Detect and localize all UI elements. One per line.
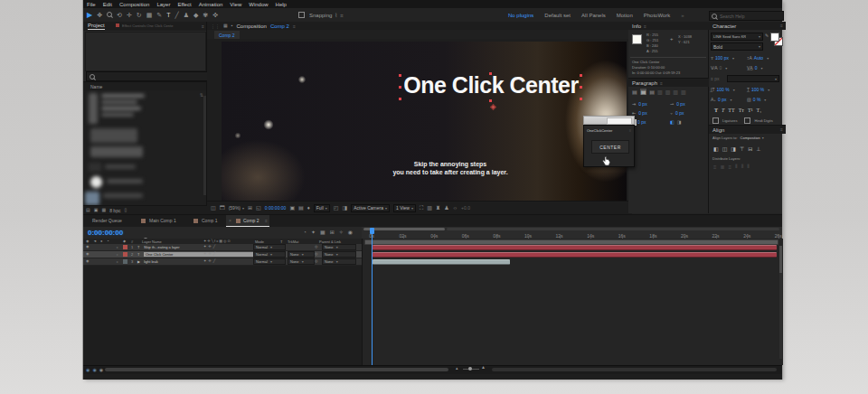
character-panel-title[interactable]: Character (712, 23, 736, 29)
comp-lock-icon[interactable]: ▪ (231, 23, 233, 28)
project-scrollbar[interactable] (203, 96, 206, 195)
justify-last-center-icon[interactable]: ▥ (665, 89, 671, 95)
playhead[interactable] (370, 228, 374, 234)
toggle-expand-icon[interactable]: ◉ (86, 367, 90, 372)
menu-composition[interactable]: Composition (119, 2, 149, 7)
composition-panel-menu-icon[interactable]: ≡ (293, 23, 296, 29)
layer-expand-chevron-icon[interactable]: ▸ (117, 245, 118, 249)
layer-mode-dropdown[interactable]: Normal ▾ (253, 258, 286, 265)
info-panel-title[interactable]: Info (632, 23, 641, 29)
selection-handle[interactable] (399, 98, 401, 100)
distribute-right-icon[interactable]: ⦀ (747, 164, 750, 170)
distribute-left-icon[interactable]: ⦀ (735, 164, 738, 170)
comp-title-text[interactable]: One Click Center (400, 72, 582, 98)
workspace-no-plugins[interactable]: No plugins (508, 13, 533, 18)
timeline-layer-row[interactable]: ◉▸1TSkip th...eating a layer✦✛╱Normal ▾◎… (83, 244, 362, 251)
menu-layer[interactable]: Layer (156, 2, 170, 7)
toggle-switches-icon[interactable]: ◉ (92, 367, 96, 372)
tsume-value[interactable]: 0 % (753, 97, 761, 102)
timeline-zoom-knob[interactable] (468, 367, 472, 371)
frame-blending-icon[interactable]: ⊞ (330, 230, 335, 235)
kerning-value[interactable]: 0 (720, 65, 722, 70)
workspace-overflow-icon[interactable]: » (681, 13, 684, 18)
time-ruler[interactable]: 0s02s04s06s08s10s12s14s16s18s20s22s24s26… (362, 227, 782, 239)
tab-effect-controls[interactable]: Effect Controls One Click Cente (122, 23, 198, 28)
new-folder-icon[interactable]: ▣ (94, 208, 99, 212)
selection-handle[interactable] (399, 74, 401, 77)
script-panel-menu-icon[interactable]: ≡ (629, 128, 631, 133)
layer-name[interactable]: Skip th...eating a layer (144, 245, 250, 249)
tab-render-queue[interactable]: Render Queue (92, 218, 122, 223)
eyedropper-icon[interactable]: ✎ (765, 33, 769, 38)
new-composition-icon[interactable]: ▦ (101, 208, 106, 212)
selection-tool-icon[interactable]: ▶ (87, 12, 92, 19)
layer-switches-icons[interactable]: ✦✛╱ (203, 252, 217, 256)
align-left-text-icon[interactable]: ▤ (632, 89, 637, 95)
timeline-vertical-scrollbar[interactable] (779, 246, 782, 359)
paragraph-panel-menu-icon[interactable]: ≡ (660, 80, 663, 86)
subscript-icon[interactable]: T₁ (756, 108, 761, 113)
timeline-layer-row[interactable]: ◉▸3▶light leak✦✛╱Normal ▾None ▾◎None ▾ (83, 258, 362, 266)
misc-dropdown[interactable]: ▾ (727, 75, 779, 82)
magnification-icon[interactable]: 🗖 (220, 205, 225, 211)
layer-label-color[interactable] (123, 259, 127, 264)
layer-duration-bar[interactable] (373, 245, 777, 250)
menu-animation[interactable]: Animation (199, 2, 223, 7)
vertical-scale-value[interactable]: 100 % (716, 87, 729, 92)
zoom-in-mountain-icon[interactable]: ▲ (481, 365, 486, 370)
align-panel-title[interactable]: Align (712, 127, 724, 133)
layer-name[interactable]: light leak (144, 259, 250, 264)
layer-switches-icons[interactable]: ✦✛╱ (203, 259, 217, 263)
tracking-value[interactable]: 0 (755, 65, 758, 70)
first-line-indent-value[interactable]: 0 px (676, 99, 684, 108)
pan-camera-tool-icon[interactable]: ✛ (127, 12, 132, 18)
viewer-timecode[interactable]: 0:00:00:00 (265, 205, 287, 211)
zoom-level-dropdown[interactable]: (59%)▾ (229, 205, 244, 211)
layer-visibility-eye-icon[interactable]: ◉ (86, 252, 90, 256)
font-style-dropdown[interactable]: Bold▾ (711, 42, 763, 51)
parent-pickwhip-icon[interactable]: ◎ (315, 245, 318, 249)
layer-trkmat-dropdown[interactable]: None ▾ (288, 251, 315, 258)
layer-parent-dropdown[interactable]: None ▾ (322, 244, 356, 250)
search-help-box[interactable]: Search Help (709, 11, 784, 21)
tab-menu-icon[interactable]: ≡ (265, 218, 268, 223)
pen-tool-icon[interactable]: ✎ (156, 12, 162, 18)
layer-mode-dropdown[interactable]: Normal ▾ (253, 244, 286, 250)
fill-color-swatch[interactable] (770, 33, 779, 42)
selection-handle[interactable] (580, 74, 582, 77)
font-size-value[interactable]: 100 px (715, 55, 729, 61)
parent-pickwhip-icon[interactable]: ◎ (315, 252, 318, 256)
menu-help[interactable]: Help (276, 2, 287, 7)
layer-mode-dropdown[interactable]: Normal ▾ (253, 251, 286, 258)
script-panel-titlebar[interactable] (583, 116, 635, 125)
horizontal-scrollbar-right[interactable] (492, 368, 777, 371)
character-panel-menu-icon[interactable]: ≡ (780, 23, 783, 28)
small-caps-icon[interactable]: Tᴛ (739, 108, 744, 113)
reset-exposure-icon[interactable]: ☼ (453, 205, 458, 211)
distribute-hcenter-icon[interactable]: ⦀ (741, 164, 744, 170)
snapping-checkbox[interactable] (298, 12, 305, 18)
superscript-icon[interactable]: T¹ (748, 108, 752, 113)
resolution-dropdown[interactable]: Full▾ (314, 204, 330, 212)
show-snapshot-icon[interactable]: ▤ (298, 205, 304, 211)
layer-duration-bar[interactable] (373, 252, 777, 258)
layer-parent-dropdown[interactable]: None ▾ (322, 258, 356, 265)
indent-left-value[interactable]: 0 px (638, 99, 646, 108)
region-of-interest-icon[interactable]: ◰ (334, 205, 339, 211)
layer-switches-icons[interactable]: ✦✛╱ (203, 245, 217, 249)
space-after-value[interactable]: 0 px (675, 108, 684, 117)
interpret-footage-icon[interactable]: ▤ (86, 208, 90, 212)
align-right-text-icon[interactable]: ▤ (649, 89, 655, 95)
channels-icon[interactable]: ♦ (307, 205, 310, 211)
transparency-grid-icon[interactable]: ◨ (343, 205, 348, 211)
ligatures-checkbox[interactable] (712, 117, 719, 124)
menu-effect[interactable]: Effect (177, 2, 191, 7)
layer-expand-chevron-icon[interactable]: ▸ (117, 252, 118, 257)
layer-duration-bar[interactable] (373, 259, 510, 265)
graph-editor-icon[interactable]: ◉ (348, 230, 353, 235)
type-tool-icon[interactable]: T (166, 12, 170, 18)
baseline-shift-value[interactable]: 0 px (718, 97, 726, 102)
selection-handle[interactable] (489, 99, 492, 102)
faux-italic-icon[interactable]: T (722, 108, 724, 113)
comp-subtitle-text[interactable]: Skip the annoying steps you need to take… (378, 160, 523, 176)
